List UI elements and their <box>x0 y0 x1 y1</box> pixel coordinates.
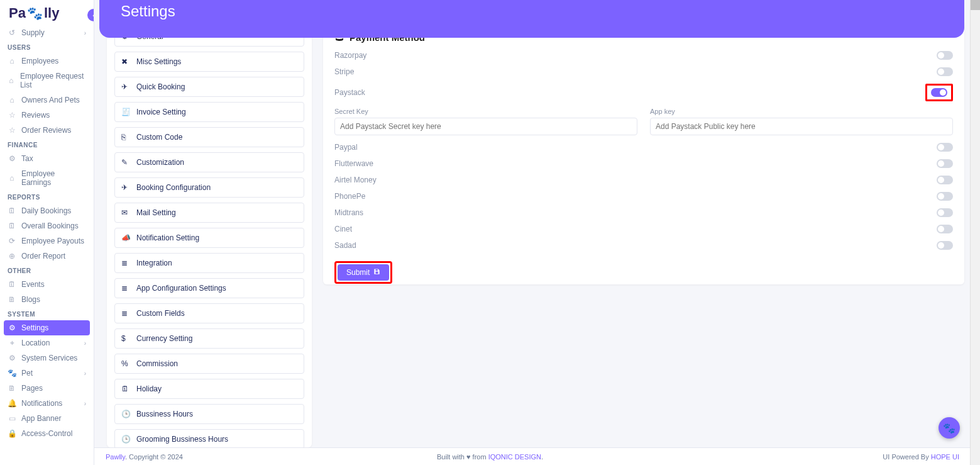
nav-item-label: Employee Earnings <box>21 169 86 187</box>
gateway-toggle[interactable] <box>937 143 953 152</box>
sidebar-item-system-services[interactable]: ⚙System Services <box>0 350 94 366</box>
subnav-item-bussiness-hours[interactable]: 🕒Bussiness Hours <box>114 404 304 424</box>
paw-icon: 🐾 <box>27 7 43 20</box>
sidebar-item-owners-and-pets[interactable]: ⌂Owners And Pets <box>0 92 94 108</box>
sidebar-item-employees[interactable]: ⌂Employees <box>0 53 94 69</box>
nav-item-icon: 🗎 <box>8 295 16 304</box>
submit-highlight-box: Submit <box>334 261 392 284</box>
gateway-toggle[interactable] <box>937 51 953 60</box>
nav-item-icon: ⊕ <box>8 252 16 261</box>
footer-brand-link[interactable]: Pawlly <box>106 453 125 461</box>
gateway-toggle[interactable] <box>937 241 953 250</box>
sidebar-item-pages[interactable]: 🗎Pages <box>0 381 94 396</box>
gateway-row-razorpay: Razorpay <box>334 47 953 64</box>
page-hero: Settings <box>99 0 964 38</box>
nav-item-label: Supply <box>21 28 45 37</box>
footer-left: Pawlly. Copyright © 2024 <box>106 453 183 461</box>
nav-section-title: REPORTS <box>0 190 94 203</box>
gateway-row-cinet: Cinet <box>334 221 953 237</box>
subnav-item-custom-fields[interactable]: ≣Custom Fields <box>114 303 304 323</box>
subnav-item-custom-code[interactable]: ⎘Custom Code <box>114 127 304 147</box>
nav-item-icon: ⚙ <box>8 154 16 163</box>
subnav-item-notification-setting[interactable]: 📣Notification Setting <box>114 228 304 248</box>
nav-section-title: OTHER <box>0 264 94 277</box>
nav-item-icon: ⌂ <box>8 96 16 104</box>
nav-item-label: App Banner <box>21 414 61 423</box>
sidebar-item-reviews[interactable]: ☆Reviews <box>0 108 94 123</box>
sidebar-item-order-reviews[interactable]: ☆Order Reviews <box>0 123 94 138</box>
sidebar-item-notifications[interactable]: 🔔Notifications› <box>0 396 94 411</box>
sidebar-item-app-banner[interactable]: ▭App Banner <box>0 411 94 426</box>
subnav-item-quick-booking[interactable]: ✈Quick Booking <box>114 77 304 97</box>
subnav-item-mail-setting[interactable]: ✉Mail Setting <box>114 203 304 223</box>
subnav-item-booking-configuration[interactable]: ✈Booking Configuration <box>114 177 304 198</box>
gateway-toggle[interactable] <box>937 159 953 168</box>
save-icon <box>373 268 380 277</box>
sidebar-item-location[interactable]: ⌖Location› <box>0 335 94 350</box>
subnav-item-icon: 📣 <box>121 233 130 242</box>
gateway-row-airtel-money: Airtel Money <box>334 172 953 188</box>
nav-item-label: Owners And Pets <box>21 96 80 104</box>
nav-item-icon: ⌂ <box>8 57 16 65</box>
secret-key-input[interactable] <box>334 118 637 135</box>
gateway-toggle[interactable] <box>931 88 947 97</box>
sidebar-item-settings[interactable]: ⚙Settings <box>4 320 90 335</box>
gateway-label: Sadad <box>334 241 356 250</box>
brand-logo: Pa 🐾 lly <box>0 0 94 25</box>
submit-button[interactable]: Submit <box>338 264 389 281</box>
subnav-item-icon: % <box>121 359 130 368</box>
gateway-toggle[interactable] <box>937 176 953 184</box>
gateway-toggle[interactable] <box>937 225 953 233</box>
sidebar-item-pet[interactable]: 🐾Pet› <box>0 366 94 381</box>
subnav-item-holiday[interactable]: 🗓Holiday <box>114 379 304 399</box>
sidebar-item-employee-payouts[interactable]: ⟳Employee Payouts <box>0 233 94 249</box>
sidebar-item-supply[interactable]: ↺Supply› <box>0 25 94 40</box>
subnav-item-customization[interactable]: ✎Customization <box>114 152 304 172</box>
sidebar-item-employee-request-list[interactable]: ⌂Employee Request List <box>0 69 94 92</box>
nav-item-label: System Services <box>21 354 77 362</box>
nav-item-label: Order Reviews <box>21 126 71 135</box>
sidebar-item-blogs[interactable]: 🗎Blogs <box>0 292 94 307</box>
nav-item-label: Pages <box>21 384 43 393</box>
sidebar-item-events[interactable]: 🗓Events <box>0 277 94 292</box>
subnav-item-icon: 🧾 <box>121 108 130 116</box>
gateway-toggle[interactable] <box>937 192 953 201</box>
chevron-right-icon: › <box>84 30 86 36</box>
nav-item-icon: ⚙ <box>8 323 16 332</box>
gateway-label: Airtel Money <box>334 176 377 184</box>
nav-item-label: Blogs <box>21 295 40 304</box>
subnav-item-icon: ≣ <box>121 309 130 318</box>
gateway-toggle[interactable] <box>937 208 953 217</box>
sidebar-item-access-control[interactable]: 🔒Access-Control <box>0 426 94 441</box>
subnav-item-misc-settings[interactable]: ✖Misc Settings <box>114 52 304 72</box>
footer-iqonic-link[interactable]: IQONIC DESIGN <box>488 453 541 461</box>
subnav-item-label: Mail Setting <box>136 208 176 217</box>
sidebar-item-daily-bookings[interactable]: 🗓Daily Bookings <box>0 203 94 218</box>
sidebar-item-tax[interactable]: ⚙Tax <box>0 151 94 166</box>
toggle-highlight-box <box>925 84 953 101</box>
subnav-item-app-configuration-settings[interactable]: ≣App Configuration Settings <box>114 278 304 298</box>
nav-item-icon: ↺ <box>8 28 16 37</box>
subnav-item-label: Holiday <box>136 384 162 393</box>
nav-item-icon: 🗓 <box>8 206 16 215</box>
sidebar-item-overall-bookings[interactable]: 🗓Overall Bookings <box>0 218 94 233</box>
sidebar-item-employee-earnings[interactable]: ⌂Employee Earnings <box>0 166 94 190</box>
subnav-item-grooming-bussiness-hours[interactable]: 🕒Grooming Bussiness Hours <box>114 429 304 447</box>
subnav-item-icon: ✎ <box>121 158 130 167</box>
subnav-item-label: Booking Configuration <box>136 183 211 192</box>
settings-subnav: ⚙General✖Misc Settings✈Quick Booking🧾Inv… <box>107 20 312 447</box>
gateway-toggle[interactable] <box>937 67 953 76</box>
app-key-input[interactable] <box>650 118 953 135</box>
subnav-item-invoice-setting[interactable]: 🧾Invoice Setting <box>114 102 304 122</box>
nav-item-icon: ☆ <box>8 111 16 120</box>
main-area: Settings ⚙General✖Misc Settings✈Quick Bo… <box>94 0 971 465</box>
gateway-label: Razorpay <box>334 51 366 60</box>
subnav-item-currency-setting[interactable]: $Currency Setting <box>114 328 304 349</box>
footer-hopeui-link[interactable]: HOPE UI <box>931 453 959 461</box>
subnav-item-icon: ≣ <box>121 284 130 293</box>
subnav-item-commission[interactable]: %Commission <box>114 354 304 374</box>
sidebar-item-order-report[interactable]: ⊕Order Report <box>0 249 94 264</box>
subnav-item-integration[interactable]: ≣Integration <box>114 253 304 273</box>
gateway-list: RazorpayStripePaystackSecret KeyApp keyP… <box>334 47 953 254</box>
fab-button[interactable]: 🐾 <box>939 417 960 439</box>
